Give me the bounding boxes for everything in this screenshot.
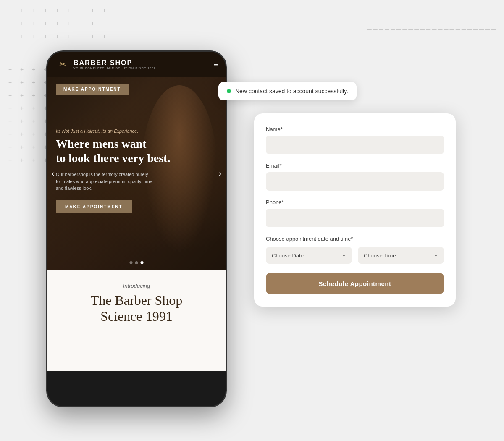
choose-time-arrow: ▼ (434, 253, 438, 258)
choose-date-arrow: ▼ (342, 253, 346, 258)
toast-message: New contact saved to account successfull… (235, 88, 348, 94)
email-input[interactable] (266, 172, 444, 191)
email-label: Email* (266, 163, 444, 169)
logo-subtitle: YOUR COMPLETE HAIR SOLUTION SINCE 1952 (74, 67, 156, 70)
datetime-row: Choose Date ▼ Choose Time ▼ (266, 247, 444, 264)
choose-date-button[interactable]: Choose Date ▼ (266, 247, 352, 264)
phone-input[interactable] (266, 209, 444, 227)
hamburger-icon[interactable]: ≡ (213, 60, 218, 69)
name-input[interactable] (266, 136, 444, 154)
introducing-label: Introducing (56, 283, 217, 289)
bg-cross-pattern-1: + + + + + + + + + + + + + + + + + + + + … (8, 4, 110, 43)
choose-time-label: Choose Time (364, 252, 396, 259)
phone-bottom-section: Introducing The Barber Shop Science 1991 (47, 270, 226, 371)
name-field-group: Name* (266, 126, 444, 154)
carousel-prev-button[interactable]: ‹ (52, 169, 54, 178)
name-label: Name* (266, 126, 444, 132)
hero-description: Our barbershop is the territory created … (56, 171, 152, 192)
bg-dash-pattern: — — — — — — — — — — — — — — — — — — — — … (244, 8, 496, 33)
carousel-dot-3[interactable] (141, 261, 144, 264)
choose-time-button[interactable]: Choose Time ▼ (358, 247, 444, 264)
datetime-section: Choose appointment date and time* Choose… (266, 236, 444, 264)
carousel-dots (130, 261, 144, 264)
phone-field-group: Phone* (266, 199, 444, 227)
notification-toast: New contact saved to account successfull… (218, 82, 357, 100)
logo-title: BARBER SHOP (74, 59, 156, 67)
phone-label: Phone* (266, 199, 444, 205)
phone-mockup: ✂ BARBER SHOP YOUR COMPLETE HAIR SOLUTIO… (46, 50, 227, 407)
datetime-label: Choose appointment date and time* (266, 236, 444, 242)
carousel-dot-2[interactable] (135, 261, 138, 264)
make-appointment-top-button[interactable]: MAKE APPOINTMENT (56, 84, 129, 95)
carousel-next-button[interactable]: › (219, 169, 221, 178)
appointment-form-panel: Name* Email* Phone* Choose appointment d… (254, 113, 456, 307)
email-field-group: Email* (266, 163, 444, 191)
scissors-icon: ✂ (55, 57, 70, 72)
choose-date-label: Choose Date (272, 252, 304, 259)
toast-success-dot (227, 89, 231, 93)
phone-hero: MAKE APPOINTMENT Its Not Just a Haircut,… (47, 77, 226, 270)
barber-shop-name: The Barber Shop Science 1991 (56, 292, 217, 325)
phone-navbar: ✂ BARBER SHOP YOUR COMPLETE HAIR SOLUTIO… (47, 52, 226, 77)
carousel-dot-1[interactable] (130, 261, 133, 264)
phone-logo: ✂ BARBER SHOP YOUR COMPLETE HAIR SOLUTIO… (55, 57, 156, 72)
hero-tagline: Its Not Just a Haircut, Its an Experienc… (56, 129, 217, 134)
schedule-appointment-button[interactable]: Schedule Appointment (266, 273, 444, 294)
make-appointment-bottom-button[interactable]: MAKE APPOINTMENT (56, 200, 132, 213)
hero-headline: Where mens wantto look there very best. (56, 137, 217, 165)
